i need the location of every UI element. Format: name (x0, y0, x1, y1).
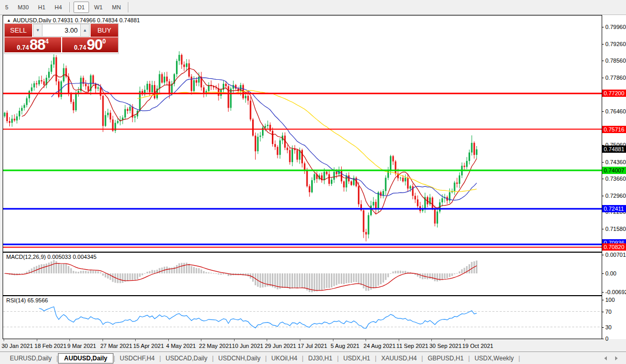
rsi-tick-mark (602, 300, 604, 300)
timeframe-button-d1[interactable]: D1 (74, 2, 89, 13)
price-tick-mark (602, 179, 604, 179)
macd-label: MACD(12,26,9) 0.005033 0.004345 (6, 254, 96, 260)
time-tick-mark (103, 339, 103, 341)
collapse-triangle-icon[interactable]: ▲ (7, 18, 11, 23)
time-tick-mark (300, 339, 300, 341)
timeframe-button-5[interactable]: 5 (1, 2, 12, 13)
tabs-scroll-right-button[interactable] (615, 356, 618, 360)
sell-price-display[interactable]: 0.74 88 4 (5, 37, 61, 52)
macd-tick-label: 0.00 (605, 270, 616, 276)
chart-title-text: AUDUSD,Daily 0.74931 0.74966 0.74834 0.7… (13, 17, 140, 23)
current-price-badge: 0.74881 (602, 145, 626, 153)
chart-tab-usdcnh-daily[interactable]: USDCNH,Daily (214, 353, 265, 363)
trading-terminal-window: 5M30H1H4D1W1MN ▲AUDUSD,Daily 0.74931 0.7… (0, 0, 626, 364)
time-tick-mark (69, 339, 70, 341)
rsi-tick-label: 100 (605, 297, 615, 303)
time-tick-mark (37, 339, 37, 341)
time-tick-mark (431, 339, 432, 341)
price-tick-mark (602, 111, 604, 112)
rsi-label: RSI(14) 65.9566 (6, 297, 48, 303)
chart-area: ▲AUDUSD,Daily 0.74931 0.74966 0.74834 0.… (3, 15, 602, 352)
buy-price-display[interactable]: 0.74 90 0 (62, 37, 119, 52)
volume-input[interactable]: 3.00 (42, 24, 80, 37)
price-tick-label: 0.73660 (605, 176, 626, 182)
level-price-badge: 0.70820 (602, 243, 626, 251)
chart-tab-usdx-weekly[interactable]: USDX,Weekly (470, 353, 518, 363)
tab-separator: | (518, 355, 520, 362)
price-tick-mark (602, 61, 604, 61)
timeframe-toolbar: 5M30H1H4D1W1MN (0, 0, 626, 15)
price-tick-mark (602, 229, 604, 229)
volume-decrease-button[interactable]: ▼ (33, 24, 42, 37)
time-tick-mark (168, 339, 169, 341)
time-axis[interactable]: 30 Jan 202118 Feb 20219 Mar 202127 Mar 2… (3, 339, 602, 352)
macd-tick-mark (602, 292, 604, 293)
timeframe-button-m30[interactable]: M30 (13, 2, 33, 13)
time-tick-label: 5 Aug 2021 (331, 343, 360, 349)
rsi-tick-mark (602, 339, 604, 339)
macd-layer (4, 260, 478, 292)
macd-tick-mark (602, 255, 604, 255)
spinner-up-icon: ▲ (83, 28, 87, 33)
price-tick-label: 0.78560 (605, 57, 626, 64)
time-tick-label: 15 Apr 2021 (133, 343, 164, 349)
macd-tick-label: 0.007015 (605, 252, 626, 258)
time-tick-mark (135, 339, 136, 341)
timeframe-button-h4[interactable]: H4 (51, 2, 66, 13)
chart-tab-dj30-h1[interactable]: DJ30,H1 (303, 353, 337, 363)
sell-price-pip: 4 (45, 38, 49, 45)
price-tick-label: 0.79960 (605, 24, 626, 30)
toolbar-separator (69, 2, 70, 12)
chart-title: ▲AUDUSD,Daily 0.74931 0.74966 0.74834 0.… (7, 17, 140, 23)
chart-tab-usdchf-h4[interactable]: USDCHF,H4 (115, 353, 159, 363)
timeframe-button-mn[interactable]: MN (108, 2, 125, 13)
chart-tabs: EURUSD,Daily|AUDUSD,Daily|USDCHF,H4|USDC… (5, 353, 520, 363)
chart-tab-audusd-daily[interactable]: AUDUSD,Daily (58, 353, 113, 363)
tabs-scroll-left-button[interactable] (604, 356, 607, 360)
chart-tab-eurusd-daily[interactable]: EURUSD,Daily (5, 353, 56, 363)
time-tick-label: 18 Feb 2021 (35, 343, 67, 349)
price-tick-mark (602, 78, 604, 78)
price-tick-label: 0.76460 (605, 108, 626, 114)
macd-tick-label: -0.006923 (605, 289, 626, 295)
time-tick-mark (234, 339, 235, 341)
price-tick-mark (602, 44, 604, 45)
sell-button[interactable]: SELL (5, 24, 32, 37)
time-tick-label: 30 Jan 2021 (2, 343, 33, 349)
spinner-down-icon: ▼ (36, 28, 40, 33)
macd-indicator-pane[interactable]: MACD(12,26,9) 0.005033 0.004345 (3, 252, 602, 296)
chart-tab-usdcad-daily[interactable]: USDCAD,Daily (161, 353, 212, 363)
buy-button[interactable]: BUY (91, 24, 118, 37)
volume-increase-button[interactable]: ▲ (80, 24, 90, 37)
price-tick-label: 0.72960 (605, 193, 626, 199)
time-tick-label: 27 Mar 2021 (100, 343, 133, 349)
rsi-tick-label: 30 (605, 324, 612, 330)
rsi-tick-mark (602, 312, 604, 312)
chart-tab-usdx-h1[interactable]: USDX,H1 (339, 353, 375, 363)
price-chart-pane[interactable]: ▲AUDUSD,Daily 0.74931 0.74966 0.74834 0.… (3, 15, 602, 252)
price-tick-mark (602, 27, 604, 27)
time-tick-mark (366, 339, 366, 341)
level-price-badge: 0.74007 (602, 167, 626, 174)
time-tick-label: 17 Jul 2021 (298, 343, 327, 349)
timeframe-button-h1[interactable]: H1 (34, 2, 50, 13)
timeframe-button-w1[interactable]: W1 (90, 2, 107, 13)
price-axis[interactable]: 0.799600.792600.785600.778600.764600.750… (602, 15, 626, 339)
time-tick-label: 11 Sep 2021 (397, 343, 429, 349)
time-tick-mark (267, 339, 267, 341)
time-tick-label: 9 Mar 2021 (67, 343, 96, 349)
chart-tab-ukoil-h4[interactable]: UKOil,H4 (267, 353, 302, 363)
sell-price-prefix: 0.74 (17, 45, 29, 51)
rsi-indicator-pane[interactable]: RSI(14) 65.9566 (3, 296, 602, 339)
buy-price-main: 90 (86, 39, 102, 51)
time-tick-mark (464, 339, 465, 341)
price-tick-label: 0.74360 (605, 159, 626, 165)
time-tick-mark (333, 339, 333, 341)
buy-price-prefix: 0.74 (74, 45, 86, 51)
chart-tab-xauusd-h4[interactable]: XAUUSD,H4 (376, 353, 421, 363)
chart-tab-bar: EURUSD,Daily|AUDUSD,Daily|USDCHF,H4|USDC… (0, 352, 626, 364)
rsi-chart-svg (3, 296, 602, 339)
buy-price-pip: 0 (103, 38, 106, 45)
chart-tab-gbpusd-h1[interactable]: GBPUSD,H1 (423, 353, 468, 363)
time-tick-mark (399, 339, 399, 341)
